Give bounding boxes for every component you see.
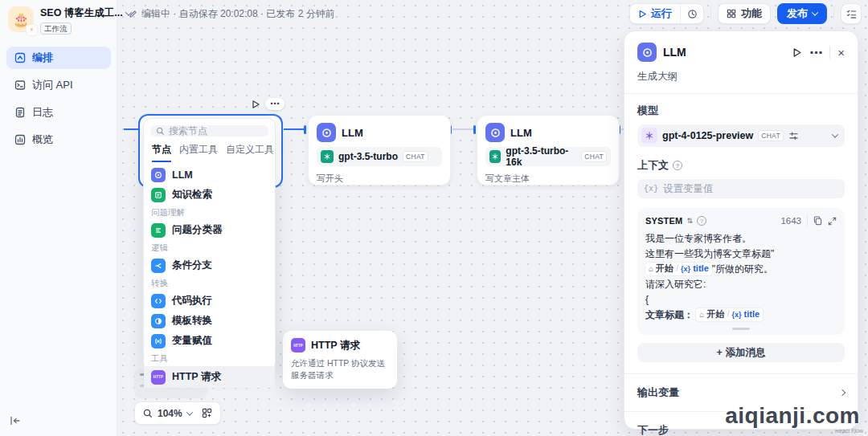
- node-picker-popup: 节点 内置工具 自定义工具 LLM 知识检索 问题理解 问题分类器 逻辑 条件分…: [143, 118, 276, 370]
- collapse-sidebar-icon[interactable]: [10, 414, 21, 429]
- picker-item-if-else[interactable]: 条件分支: [144, 255, 275, 275]
- picker-item-template[interactable]: 模板转换: [144, 311, 275, 331]
- sidebar-item-logs[interactable]: 日志: [6, 101, 111, 124]
- home-icon: ⌂: [699, 308, 704, 320]
- picker-item-variable-assign[interactable]: 变量赋值: [144, 331, 275, 351]
- picker-item-knowledge[interactable]: 知识检索: [144, 185, 275, 205]
- divider: [807, 214, 808, 227]
- chevron-down-icon[interactable]: [186, 409, 192, 415]
- run-button-group: 运行: [629, 3, 704, 24]
- variable-badge[interactable]: ⌂开始/{x} title: [645, 263, 712, 275]
- home-icon: ⌂: [649, 263, 653, 275]
- tab-nodes[interactable]: 节点: [152, 143, 171, 162]
- node-search-input[interactable]: [169, 125, 257, 137]
- app-type-badge: 工作流: [40, 22, 72, 35]
- expand-icon[interactable]: [828, 217, 837, 226]
- picker-item-llm[interactable]: LLM: [144, 165, 275, 185]
- chevron-down-icon[interactable]: [125, 9, 132, 15]
- orchestrate-icon: [14, 52, 26, 63]
- add-message-button[interactable]: + 添加消息: [637, 343, 845, 362]
- resize-handle[interactable]: [732, 328, 750, 330]
- node-desc: 写开头: [309, 166, 450, 185]
- picker-item-label: 模板转换: [172, 314, 212, 328]
- model-name: gpt-4-0125-preview: [662, 130, 753, 141]
- organize-nodes-icon[interactable]: [202, 408, 212, 418]
- picker-item-label: 问题分类器: [172, 223, 223, 237]
- chevron-right-icon: [839, 389, 845, 396]
- system-prompt-editor[interactable]: SYSTEM ⇅ ? 1643 我是一位专家博客作者。 这里有一些我为博客文章标…: [637, 208, 845, 335]
- node-description[interactable]: 生成大纲: [624, 62, 858, 84]
- node-desc: 写文章主体: [477, 166, 619, 185]
- variable-icon: [151, 334, 166, 348]
- llm-icon: [485, 123, 505, 142]
- model-selector[interactable]: gpt-4-0125-preview CHAT: [637, 124, 845, 147]
- edge-handle: [304, 125, 306, 134]
- tab-custom-tools[interactable]: 自定义工具: [226, 143, 274, 162]
- run-button[interactable]: 运行: [630, 4, 681, 23]
- template-icon: [151, 314, 166, 328]
- more-icon[interactable]: ⋯: [265, 98, 285, 110]
- more-icon[interactable]: ⋯: [809, 45, 822, 60]
- features-button[interactable]: 功能: [718, 3, 771, 24]
- app-switcher[interactable]: 🎂 ⚡ SEO 博客生成工... 工作流: [8, 6, 131, 35]
- run-history-icon[interactable]: [681, 4, 703, 23]
- output-variables-label: 输出变量: [637, 385, 679, 400]
- tooltip-desc: 允许通过 HTTP 协议发送服务器请求: [291, 357, 389, 381]
- http-icon: HTTP: [291, 338, 305, 352]
- help-icon: ?: [673, 161, 682, 170]
- picker-item-question-classifier[interactable]: 问题分类器: [144, 220, 275, 240]
- publish-button[interactable]: 发布: [777, 3, 827, 24]
- sidebar-item-overview[interactable]: 概览: [6, 128, 111, 151]
- tab-builtin-tools[interactable]: 内置工具: [179, 143, 218, 162]
- openai-icon: [321, 150, 334, 163]
- app-icon: 🎂 ⚡: [8, 6, 34, 32]
- node-search-box[interactable]: [150, 125, 268, 137]
- picker-item-label: 代码执行: [172, 294, 212, 308]
- http-icon: HTTP: [151, 370, 166, 385]
- zoom-level[interactable]: 104%: [158, 408, 182, 419]
- close-icon[interactable]: ×: [837, 46, 845, 59]
- copy-icon[interactable]: [813, 216, 822, 226]
- token-count: 1643: [780, 216, 801, 226]
- output-variables-row[interactable]: 输出变量: [637, 385, 845, 400]
- features-grid-icon: [727, 9, 736, 18]
- picker-item-label: LLM: [172, 169, 193, 181]
- divider: [710, 7, 711, 20]
- topbar-actions: 运行 功能 发布: [629, 3, 862, 24]
- prompt-line: 我是一位专家博客作者。: [645, 231, 837, 247]
- sidebar-item-label: 编排: [32, 51, 53, 65]
- picker-tabs: 节点 内置工具 自定义工具: [144, 140, 275, 162]
- zoom-control[interactable]: 104%: [134, 401, 221, 425]
- search-icon: [156, 127, 165, 136]
- chat-mode-badge: CHAT: [581, 151, 607, 162]
- http-tooltip: HTTP HTTP 请求 允许通过 HTTP 协议发送服务器请求: [283, 331, 397, 389]
- play-icon[interactable]: [251, 100, 260, 109]
- play-icon[interactable]: [792, 47, 802, 58]
- edge-selected-to-llm1: [284, 128, 305, 130]
- picker-item-label: 条件分支: [172, 259, 212, 272]
- node-actions: ⋯: [251, 98, 285, 110]
- llm-icon: [637, 43, 657, 62]
- node-model-chip: gpt-3.5-turbo CHAT: [317, 147, 442, 166]
- inspector-title[interactable]: LLM: [663, 46, 785, 59]
- divider: [829, 46, 830, 59]
- chevron-down-icon: [812, 9, 818, 15]
- sidebar-item-orchestrate[interactable]: 编排: [6, 47, 111, 69]
- prompt-role-label[interactable]: SYSTEM: [645, 216, 682, 226]
- llm-node-1[interactable]: LLM gpt-3.5-turbo CHAT 写开头: [308, 115, 451, 185]
- variable-badge[interactable]: ⌂开始/{x} title: [696, 308, 763, 321]
- chevron-down-icon[interactable]: [832, 131, 838, 137]
- code-icon: [151, 294, 166, 308]
- context-variable-input[interactable]: {x} 设置变量值: [637, 179, 845, 198]
- model-params-icon[interactable]: [788, 131, 799, 141]
- openai-gpt4-icon: [641, 128, 657, 144]
- prompt-line: 请深入研究它:: [645, 277, 837, 292]
- picker-item-code[interactable]: 代码执行: [144, 291, 275, 311]
- picker-item-http-request[interactable]: HTTP HTTP 请求: [144, 366, 275, 388]
- sidebar-item-api[interactable]: 访问 API: [6, 74, 111, 96]
- picker-section-label: 工具: [144, 351, 275, 366]
- role-switch-icon[interactable]: ⇅: [686, 217, 693, 225]
- llm-node-2[interactable]: LLM gpt-3.5-turbo-16k CHAT 写文章主体: [477, 115, 620, 185]
- variable-icon: {x}: [644, 185, 658, 194]
- checklist-button[interactable]: [841, 3, 862, 24]
